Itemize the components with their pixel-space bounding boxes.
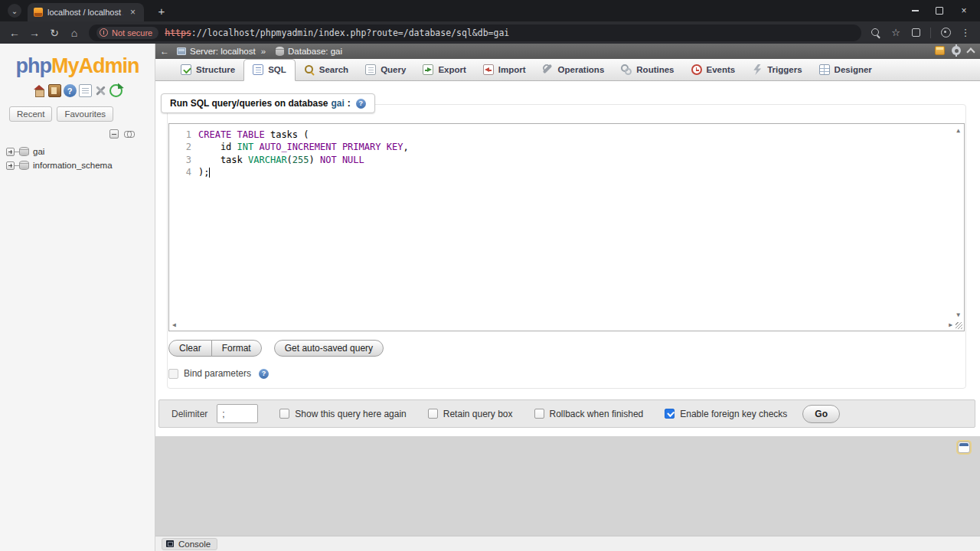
tab-query[interactable]: Query (357, 60, 414, 80)
rollback-checkbox[interactable] (534, 409, 544, 419)
console-label: Console (178, 540, 211, 549)
tab-close-icon[interactable]: × (128, 7, 138, 18)
retain-query-box-checkbox[interactable] (428, 409, 438, 419)
tab-events[interactable]: Events (683, 60, 744, 80)
code-segment: ( (287, 155, 292, 165)
browser-tab[interactable]: localhost / localhost / g × (28, 3, 144, 21)
tree-item-gai[interactable]: gai (0, 145, 155, 158)
scroll-up-icon[interactable]: ▲ (956, 128, 960, 134)
logout-icon[interactable] (48, 84, 61, 97)
recent-button[interactable]: Recent (9, 106, 52, 122)
home-icon[interactable]: ⌂ (66, 24, 83, 41)
favourites-button[interactable]: Favourites (57, 106, 113, 122)
close-button[interactable]: × (954, 2, 974, 19)
show-query-again-option[interactable]: Show this query here again (279, 409, 406, 419)
forward-icon[interactable]: → (26, 24, 43, 41)
tab-export[interactable]: Export (414, 60, 474, 80)
bind-parameters-help-icon[interactable] (259, 369, 269, 379)
clear-button[interactable]: Clear (168, 340, 212, 357)
retain-query-box-option[interactable]: Retain query box (428, 409, 513, 419)
delimiter-label: Delimiter (172, 409, 207, 419)
preferences-gear-icon[interactable] (952, 46, 961, 55)
toolbar-separator (930, 28, 931, 38)
new-tab-button[interactable]: + (153, 2, 170, 19)
go-button[interactable]: Go (802, 405, 840, 423)
tab-sql[interactable]: SQL (243, 59, 296, 81)
minimize-button[interactable] (905, 2, 925, 19)
delimiter-input[interactable] (217, 404, 258, 423)
scroll-right-icon[interactable]: ▶ (949, 322, 952, 328)
line-code: CREATE TABLE tasks ( (198, 129, 309, 141)
expand-icon[interactable] (6, 161, 15, 170)
maximize-page-icon[interactable] (958, 442, 970, 453)
browser-toolbar: ← → ↻ ⌂ Not secure https://localhost/php… (0, 21, 980, 44)
tab-label-export: Export (438, 65, 466, 74)
sidebar-collapse-icon[interactable]: ← (157, 46, 172, 57)
console-window-icon[interactable] (935, 46, 945, 55)
tab-structure[interactable]: Structure (172, 60, 243, 80)
fk-checks-checkbox[interactable] (665, 409, 675, 419)
window-controls: × (905, 0, 980, 21)
breadcrumb-server[interactable]: Server: localhost (177, 47, 256, 56)
line-number: 3 (169, 154, 198, 166)
menu-dots-icon[interactable]: ⋮ (957, 24, 974, 41)
settings-icon[interactable] (94, 84, 107, 97)
tree-item-label: information_schema (33, 161, 113, 170)
restore-button[interactable] (929, 2, 949, 19)
legend-text: Run SQL query/queries on database (170, 98, 328, 109)
tab-designer[interactable]: Designer (811, 60, 880, 80)
code-segment (253, 142, 259, 152)
docs-icon[interactable] (79, 84, 92, 97)
phpmyadmin-favicon (34, 8, 43, 17)
tab-routines[interactable]: Routines (612, 60, 682, 80)
console-toggle-button[interactable]: Console (162, 538, 217, 550)
bind-parameters-checkbox[interactable] (168, 369, 178, 379)
reload-nav-icon[interactable] (109, 84, 122, 97)
get-autosaved-query-button[interactable]: Get auto-saved query (274, 340, 384, 357)
code-segment: 255 (292, 155, 309, 165)
breadcrumb-database[interactable]: Database: gai (276, 47, 342, 56)
collapse-header-icon[interactable] (966, 47, 975, 56)
rollback-option[interactable]: Rollback when finished (534, 409, 644, 419)
search-lens-icon[interactable] (871, 28, 881, 38)
show-query-again-checkbox[interactable] (279, 409, 289, 419)
tab-search[interactable]: Search (296, 60, 357, 80)
footer-checkboxes: Show this query here againRetain query b… (258, 409, 787, 419)
help-icon[interactable]: ? (64, 84, 77, 97)
tab-import[interactable]: Import (475, 60, 534, 80)
link-with-main-icon[interactable] (124, 131, 135, 137)
legend-help-icon[interactable] (356, 99, 366, 109)
logo-myadmin: MyAdmin (51, 54, 139, 77)
address-bar[interactable]: Not secure https://localhost/phpmyadmin/… (89, 24, 861, 41)
back-icon[interactable]: ← (6, 24, 23, 41)
not-secure-badge[interactable]: Not secure (96, 27, 158, 39)
tab-operations[interactable]: Operations (534, 60, 613, 80)
designer-icon (819, 64, 830, 75)
search-icon (304, 64, 315, 75)
tree-item-information_schema[interactable]: information_schema (0, 158, 155, 172)
pma-logo[interactable]: phpMyAdmin (0, 54, 155, 78)
collapse-all-icon[interactable] (109, 129, 119, 139)
fk-checks-option[interactable]: Enable foreign key checks (665, 409, 787, 419)
sql-editor[interactable]: 1CREATE TABLE tasks (2 id INT AUTO_INCRE… (168, 123, 965, 331)
structure-icon (181, 64, 191, 75)
home-icon[interactable] (33, 84, 46, 97)
tab-search-button[interactable]: ⌄ (8, 4, 21, 18)
scroll-down-icon[interactable]: ▼ (956, 312, 960, 318)
extensions-icon[interactable] (912, 28, 920, 37)
format-button[interactable]: Format (211, 340, 262, 357)
legend-db-link[interactable]: gai (332, 98, 345, 109)
editor-line: 4); (169, 166, 964, 178)
tree-item-label: gai (33, 147, 44, 156)
profile-icon[interactable] (941, 28, 951, 37)
editor-resize-grip[interactable] (956, 322, 962, 329)
events-icon (691, 64, 702, 75)
expand-icon[interactable] (6, 148, 15, 156)
tab-label-triggers: Triggers (767, 65, 802, 74)
bookmark-star-icon[interactable]: ☆ (887, 24, 904, 41)
breadcrumb-server-label: Server: localhost (190, 47, 256, 56)
reload-icon[interactable]: ↻ (46, 24, 63, 41)
tab-triggers[interactable]: Triggers (743, 60, 810, 80)
scroll-left-icon[interactable]: ◀ (172, 322, 176, 328)
tab-label-operations: Operations (558, 65, 605, 74)
